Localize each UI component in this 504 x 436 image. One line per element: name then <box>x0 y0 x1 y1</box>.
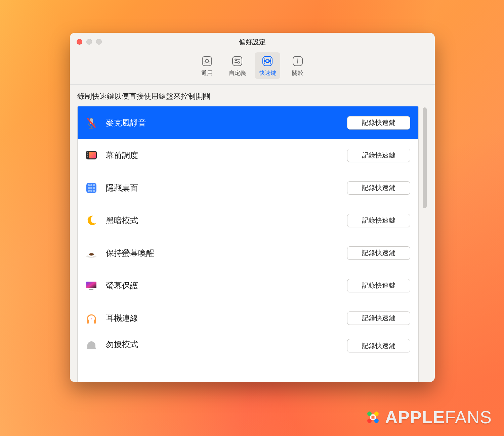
sliders-icon <box>230 54 244 68</box>
svg-rect-29 <box>88 184 90 186</box>
row-label: 勿擾模式 <box>106 339 340 350</box>
svg-rect-27 <box>89 152 96 158</box>
list-row-dnd[interactable]: 勿擾模式 記錄快速鍵 <box>78 334 418 354</box>
close-window-button[interactable] <box>77 39 82 45</box>
svg-rect-15 <box>263 56 272 66</box>
tab-label: 快速鍵 <box>259 69 276 77</box>
list-row-headphones[interactable]: ♪ 耳機連線 記錄快速鍵 <box>78 302 418 334</box>
list-row-dark-mode[interactable]: 黑暗模式 記錄快速鍵 <box>78 204 418 237</box>
svg-line-6 <box>205 59 205 59</box>
row-label: 耳機連線 <box>106 313 340 324</box>
content-area: 錄制快速鍵以便直接使用鍵盤來控制開關 麥克風靜音 記錄快速鍵 幕前調度 記錄快速… <box>70 85 435 382</box>
list-row-mic-mute[interactable]: 麥克風靜音 記錄快速鍵 <box>78 106 418 139</box>
svg-rect-24 <box>87 152 88 153</box>
dnd-icon <box>84 339 98 353</box>
record-shortcut-button[interactable]: 記錄快速鍵 <box>347 181 410 195</box>
list-row-screensaver[interactable]: 螢幕保護 記錄快速鍵 <box>78 269 418 302</box>
tab-about[interactable]: 關於 <box>285 52 310 79</box>
screensaver-icon <box>84 279 98 293</box>
tab-label: 自定義 <box>229 69 246 77</box>
list-row-hide-desktop[interactable]: 隱藏桌面 記錄快速鍵 <box>78 172 418 204</box>
row-label: 黑暗模式 <box>106 215 340 226</box>
traffic-lights <box>77 39 102 45</box>
svg-rect-34 <box>93 187 95 189</box>
svg-rect-47 <box>87 320 89 324</box>
gear-icon <box>200 54 214 68</box>
svg-rect-45 <box>89 289 93 290</box>
svg-point-39 <box>87 220 88 220</box>
svg-text:♪: ♪ <box>91 317 92 320</box>
svg-rect-37 <box>93 190 95 192</box>
svg-point-38 <box>88 216 89 217</box>
minimize-window-button[interactable] <box>86 39 92 45</box>
row-label: 保持螢幕喚醒 <box>106 248 340 258</box>
stage-manager-icon <box>84 148 98 162</box>
watermark-text: APPLEFANS <box>385 407 492 427</box>
svg-point-42 <box>89 253 94 255</box>
tab-general[interactable]: 通用 <box>194 52 220 79</box>
tab-customize[interactable]: 自定義 <box>224 52 250 79</box>
list-row-stage-manager[interactable]: 幕前調度 記錄快速鍵 <box>78 139 418 172</box>
desktop-grid-icon <box>84 181 98 195</box>
record-shortcut-button[interactable]: 記錄快速鍵 <box>347 279 410 292</box>
svg-rect-31 <box>93 184 95 186</box>
titlebar: 偏好設定 <box>70 33 435 51</box>
svg-rect-35 <box>88 190 90 192</box>
record-shortcut-button[interactable]: 記錄快速鍵 <box>347 149 410 162</box>
window-title: 偏好設定 <box>239 38 266 47</box>
scrollbar-thumb[interactable] <box>423 107 427 208</box>
svg-point-52 <box>367 419 372 423</box>
list-row-keep-awake[interactable]: 保持螢幕喚醒 記錄快速鍵 <box>78 237 418 269</box>
svg-line-8 <box>209 59 209 59</box>
record-shortcut-button[interactable]: 記錄快速鍵 <box>347 339 410 352</box>
row-label: 幕前調度 <box>106 150 340 161</box>
svg-rect-33 <box>90 187 92 189</box>
info-icon <box>291 54 304 68</box>
list-wrap: 麥克風靜音 記錄快速鍵 幕前調度 記錄快速鍵 隱藏桌面 記錄快速鍵 <box>77 106 427 382</box>
svg-point-51 <box>374 411 379 416</box>
coffee-icon <box>84 246 98 260</box>
record-shortcut-button[interactable]: 記錄快速鍵 <box>347 246 410 260</box>
tab-label: 通用 <box>201 69 213 77</box>
svg-rect-32 <box>88 187 90 189</box>
svg-point-14 <box>238 62 240 63</box>
shortcut-list: 麥克風靜音 記錄快速鍵 幕前調度 記錄快速鍵 隱藏桌面 記錄快速鍵 <box>77 106 419 382</box>
row-label: 螢幕保護 <box>106 280 340 291</box>
tab-shortcuts[interactable]: 快速鍵 <box>255 52 280 79</box>
watermark: APPLEFANS <box>364 407 492 427</box>
svg-point-50 <box>367 411 372 416</box>
preferences-window: 偏好設定 通用 自定義 快速鍵 關於 錄制 <box>70 33 435 382</box>
svg-rect-44 <box>86 282 96 288</box>
svg-rect-25 <box>87 154 88 155</box>
svg-rect-26 <box>87 156 88 157</box>
svg-point-17 <box>297 58 298 59</box>
command-icon <box>261 54 274 68</box>
svg-rect-10 <box>233 56 242 66</box>
svg-rect-36 <box>90 190 92 192</box>
row-label: 隱藏桌面 <box>106 183 340 193</box>
record-shortcut-button[interactable]: 記錄快速鍵 <box>347 311 410 325</box>
tab-label: 關於 <box>292 69 303 77</box>
svg-line-7 <box>209 63 209 63</box>
scrollbar[interactable] <box>422 107 427 382</box>
instruction-text: 錄制快速鍵以便直接使用鍵盤來控制開關 <box>77 91 427 101</box>
zoom-window-button[interactable] <box>96 39 102 45</box>
row-label: 麥克風靜音 <box>106 117 340 128</box>
svg-rect-46 <box>88 290 95 290</box>
toolbar: 通用 自定義 快速鍵 關於 <box>70 51 435 85</box>
record-shortcut-button[interactable]: 記錄快速鍵 <box>347 116 410 130</box>
svg-point-12 <box>235 59 237 61</box>
headphones-icon: ♪ <box>84 311 98 325</box>
svg-rect-30 <box>90 184 92 186</box>
svg-line-9 <box>205 63 205 63</box>
record-shortcut-button[interactable]: 記錄快速鍵 <box>347 214 410 227</box>
svg-point-1 <box>205 59 209 63</box>
mic-mute-icon <box>84 116 98 130</box>
svg-rect-48 <box>94 320 96 324</box>
watermark-logo-icon <box>364 408 382 426</box>
moon-icon <box>84 213 98 228</box>
svg-point-53 <box>374 419 379 423</box>
